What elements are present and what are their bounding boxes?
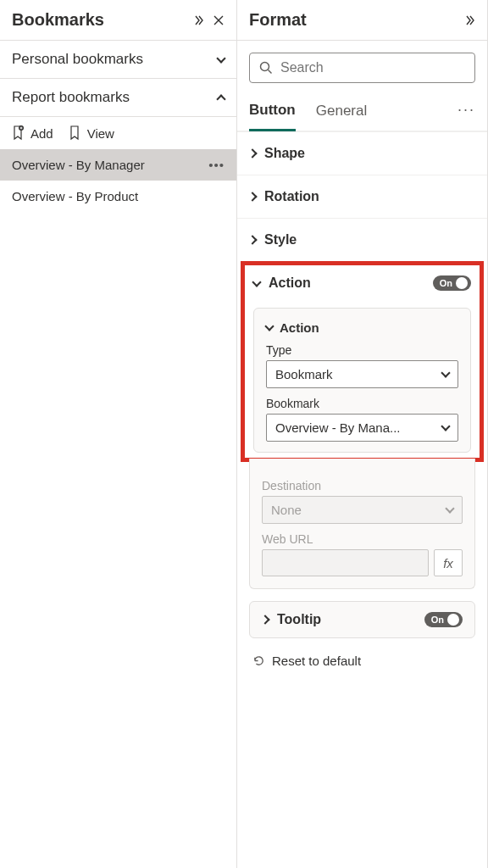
prop-action[interactable]: Action On [245, 265, 480, 301]
search-input-wrap[interactable] [249, 53, 475, 83]
tab-button[interactable]: Button [249, 95, 296, 131]
prop-label: Tooltip [277, 612, 321, 627]
bookmark-view-icon [69, 125, 82, 141]
bookmarks-title: Bookmarks [12, 10, 104, 30]
collapse-panel-icon[interactable] [462, 14, 475, 27]
bookmark-item[interactable]: Overview - By Manager ••• [0, 149, 236, 181]
destination-field-label: Destination [262, 479, 463, 492]
bookmarks-toolbar: Add View [0, 117, 236, 149]
format-panel: Format Button General ··· Shape Rotation [237, 0, 488, 868]
toggle-knob [456, 277, 468, 289]
prop-label: Shape [264, 146, 305, 161]
tabs-overflow-icon[interactable]: ··· [458, 101, 475, 125]
action-card-continued: Destination None Web URL fx [249, 459, 475, 589]
bookmarks-header: Bookmarks [0, 0, 236, 41]
type-select[interactable]: Bookmark [266, 360, 458, 388]
format-header: Format [237, 0, 487, 41]
report-bookmarks-section[interactable]: Report bookmarks [0, 79, 236, 117]
view-label: View [87, 126, 114, 141]
type-select-value: Bookmark [275, 367, 333, 381]
bookmark-item[interactable]: Overview - By Product [0, 181, 236, 212]
property-list: Shape Rotation Style [237, 131, 487, 261]
collapse-panel-icon[interactable] [191, 14, 204, 27]
chevron-down-icon [445, 504, 454, 513]
personal-bookmarks-label: Personal bookmarks [12, 51, 143, 68]
action-highlight-box: Action On Action Type Bookmark Bookmark … [241, 261, 484, 462]
toggle-label: On [440, 278, 452, 288]
chevron-down-icon [441, 368, 450, 377]
chevron-right-icon [247, 192, 257, 201]
report-bookmarks-label: Report bookmarks [12, 89, 130, 106]
toggle-label: On [431, 615, 444, 625]
prop-rotation[interactable]: Rotation [237, 175, 487, 218]
action-card: Action Type Bookmark Bookmark Overview -… [253, 308, 471, 453]
prop-label: Style [264, 232, 297, 248]
bookmark-select[interactable]: Overview - By Mana... [266, 414, 458, 442]
bookmark-item-label: Overview - By Product [12, 189, 138, 203]
destination-select: None [262, 496, 463, 524]
prop-shape[interactable]: Shape [237, 131, 487, 175]
personal-bookmarks-section[interactable]: Personal bookmarks [0, 41, 236, 79]
weburl-input [262, 549, 429, 576]
chevron-right-icon [247, 235, 257, 244]
prop-label: Action [269, 275, 311, 291]
chevron-down-icon [252, 277, 261, 287]
destination-select-value: None [271, 503, 302, 517]
tab-general[interactable]: General [316, 96, 367, 130]
reset-icon [252, 654, 265, 667]
type-field-label: Type [266, 343, 458, 357]
chevron-down-icon [216, 53, 225, 63]
bookmark-select-value: Overview - By Mana... [275, 420, 401, 435]
action-subsection[interactable]: Action [266, 320, 458, 335]
bookmark-list: Overview - By Manager ••• Overview - By … [0, 149, 236, 212]
search-icon [258, 60, 274, 75]
chevron-down-icon [264, 321, 274, 331]
close-icon[interactable] [213, 14, 225, 26]
search-input[interactable] [280, 60, 466, 75]
tooltip-toggle[interactable]: On [424, 612, 463, 627]
chevron-down-icon [441, 421, 450, 431]
prop-label: Rotation [264, 189, 319, 204]
prop-tooltip[interactable]: Tooltip On [249, 601, 475, 638]
add-bookmark-button[interactable]: Add [12, 125, 53, 141]
add-label: Add [30, 126, 53, 141]
bookmark-field-label: Bookmark [266, 397, 458, 410]
fx-button[interactable]: fx [434, 549, 463, 576]
weburl-field-label: Web URL [262, 532, 463, 546]
toggle-knob [447, 614, 459, 626]
format-title: Format [249, 10, 307, 30]
bookmarks-panel: Bookmarks Personal bookmarks Report book… [0, 0, 237, 868]
chevron-up-icon [216, 94, 225, 103]
chevron-right-icon [260, 615, 269, 624]
reset-to-default-button[interactable]: Reset to default [237, 638, 487, 683]
fx-label: fx [443, 556, 453, 570]
reset-label: Reset to default [272, 654, 361, 668]
chevron-right-icon [247, 148, 257, 158]
prop-style[interactable]: Style [237, 218, 487, 261]
bookmark-item-label: Overview - By Manager [12, 158, 145, 172]
action-toggle[interactable]: On [433, 275, 471, 291]
more-options-icon[interactable]: ••• [208, 158, 225, 172]
bookmark-add-icon [12, 125, 25, 141]
view-bookmark-button[interactable]: View [69, 125, 114, 141]
action-subhead-label: Action [280, 320, 319, 335]
format-tabs: Button General ··· [237, 88, 487, 131]
svg-point-1 [261, 63, 269, 71]
